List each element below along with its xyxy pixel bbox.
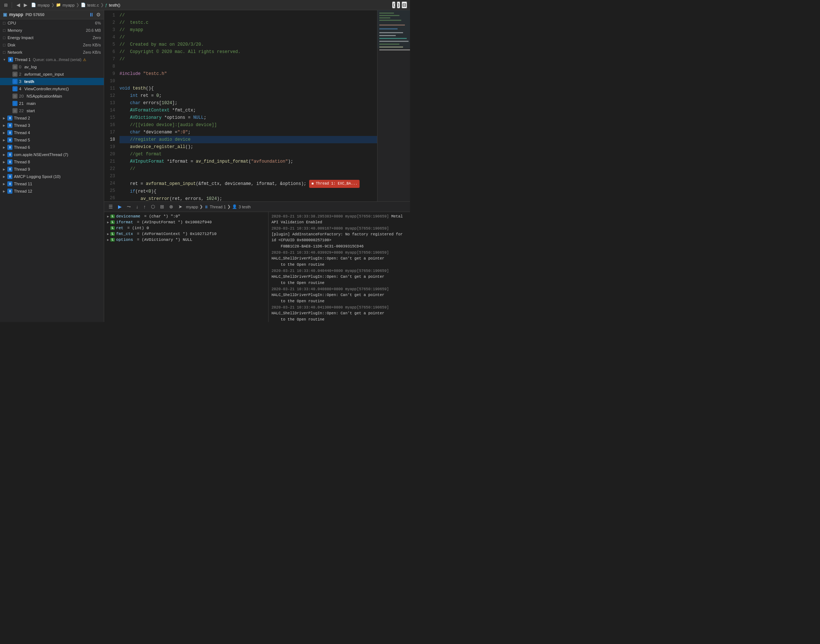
thread-3-row[interactable]: ▶ ⏸ Thread 3: [0, 122, 104, 129]
breadcrumb: 📄 myapp ❯ 📁 myapp ❯ 📄 testc.c ❯ ƒ testh(…: [31, 3, 390, 7]
energy-row[interactable]: □ Energy Impact Zero: [0, 34, 104, 41]
network-icon: □: [3, 50, 6, 54]
ln-24: 24: [107, 180, 116, 187]
next-issue-button[interactable]: ⟩: [397, 2, 400, 8]
thread-12-row[interactable]: ▶ ⏸ Thread 12: [0, 187, 104, 195]
app-header: ▣ myapp PID 57650 ⏸ ⚙: [0, 10, 104, 19]
frame-testh[interactable]: 👤 3 testh: [0, 78, 104, 85]
variables-panel: ▶ L devicename = (char *) ":0" ▶ L iform…: [104, 212, 268, 322]
debug-continue-button[interactable]: ▶: [116, 203, 123, 210]
network-row[interactable]: □ Network Zero KB/s: [0, 49, 104, 56]
thread-2-icon: ⏸: [7, 115, 12, 121]
frame-nsappman[interactable]: □ 20 NSApplicationMain: [0, 92, 104, 100]
frame-21-name: main: [27, 101, 36, 106]
sidebar: ▣ myapp PID 57650 ⏸ ⚙ □ CPU 6% □ Memory …: [0, 10, 104, 322]
code-line-3: // myapp: [120, 26, 377, 34]
thread-8-row[interactable]: ▶ ⏸ Thread 8: [0, 158, 104, 166]
thread-5-row[interactable]: ▶ ⏸ Thread 5: [0, 136, 104, 144]
code-line-11: void testh(){: [120, 85, 377, 92]
thread-11-row[interactable]: ▶ ⏸ Thread 11: [0, 180, 104, 187]
thread-8-expand: ▶: [3, 161, 5, 164]
prev-issue-button[interactable]: ⟨: [392, 2, 395, 8]
code-line-4: //: [120, 34, 377, 41]
thread-2-row[interactable]: ▶ ⏸ Thread 2: [0, 114, 104, 122]
var-options-name: options: [116, 238, 133, 242]
frame-avformat[interactable]: □ 2 avformat_open_input: [0, 71, 104, 78]
console-line-1: 2020-03-21 10:33:38.295383+0800 myapp[57…: [271, 213, 407, 225]
cpu-row[interactable]: □ CPU 6%: [0, 19, 104, 27]
breadcrumb-func[interactable]: testh(): [109, 3, 120, 7]
cpu-icon: □: [3, 21, 6, 25]
var-devicename-expand: ▶: [107, 215, 109, 219]
memory-row[interactable]: □ Memory 20.6 MB: [0, 27, 104, 34]
debug-step-over-button[interactable]: ⤳: [125, 203, 132, 210]
svg-rect-14: [377, 10, 410, 49]
var-ret[interactable]: ▶ L ret = (int) 0: [104, 225, 268, 231]
settings-icon[interactable]: ⚙: [96, 12, 101, 18]
frame-av-log[interactable]: □ 0 av_log: [0, 63, 104, 71]
frame-4-name: ViewController.myfunc(): [24, 87, 69, 91]
thread-1-row[interactable]: ▼ ⏸ Thread 1 Queue: com.a...thread (seri…: [0, 56, 104, 63]
breadcrumb-app2[interactable]: myapp: [63, 3, 75, 7]
code-line-12: int ret = 0;: [120, 92, 377, 100]
frame-main[interactable]: 👤 21 main: [0, 100, 104, 107]
pause-icon[interactable]: ⏸: [89, 12, 94, 18]
code-editor[interactable]: 1 2 3 4 5 6 7 8 9 10 11 12 13 14 15 16 1…: [104, 10, 410, 201]
console-line-7b: to the Open routine: [271, 316, 407, 322]
code-line-19: avdevice_register_all();: [120, 143, 377, 150]
frame-viewcontroller[interactable]: 👤 4 ViewController.myfunc(): [0, 85, 104, 92]
debug-settings-button[interactable]: ☰: [107, 203, 114, 210]
breadcrumb-file[interactable]: testc.c: [87, 3, 99, 7]
debug-thread-button[interactable]: ⊗: [168, 203, 175, 210]
thread-11-expand: ▶: [3, 182, 5, 186]
ln-5: 5: [107, 41, 116, 48]
thread-8-icon: ⏸: [7, 159, 12, 164]
console-panel[interactable]: 2020-03-21 10:33:38.295383+0800 myapp[57…: [268, 212, 410, 322]
grid-icon[interactable]: ⊞: [3, 2, 9, 8]
debug-bc-thread[interactable]: Thread 1: [210, 205, 226, 209]
breadcrumb-app1[interactable]: myapp: [38, 3, 50, 7]
breadcrumb-sep2: ❯: [76, 3, 79, 7]
debug-toolbar: ☰ ▶ ⤳ ↓ ↑ ⬡ ⊞ ⊗ ➤ myapp ❯ ⏸ Thread 1 ❯ 👤…: [104, 202, 410, 212]
frame-start[interactable]: □ 22 start: [0, 107, 104, 114]
ln-11: 11: [107, 85, 116, 92]
thread-1-queue: Queue: com.a...thread (serial): [33, 58, 81, 62]
cpu-label: CPU: [8, 21, 16, 25]
energy-icon: □: [3, 35, 6, 40]
thread-9-row[interactable]: ▶ ⏸ Thread 9: [0, 166, 104, 173]
debug-render-button[interactable]: ⬡: [149, 203, 156, 210]
var-fmtctx[interactable]: ▶ L fmt_ctx = (AVFormatContext *) 0x1027…: [104, 231, 268, 237]
debug-bc-frame[interactable]: 3 testh: [239, 205, 251, 209]
thread-amcp-row[interactable]: ▶ ⏸ AMCP Logging Spool (10): [0, 173, 104, 180]
var-options[interactable]: ▶ L options = (AVDictionary *) NULL: [104, 237, 268, 243]
back-button[interactable]: ◀: [15, 2, 21, 8]
var-options-eq: = (AVDictionary *) NULL: [135, 238, 192, 242]
code-content[interactable]: // // testc.c // myapp // // Created by …: [120, 10, 377, 201]
debug-step-out-button[interactable]: ↑: [142, 203, 148, 210]
ln-26: 26: [107, 195, 116, 201]
panel-toggle-button[interactable]: ⊟: [402, 2, 407, 8]
thread-6-row[interactable]: ▶ ⏸ Thread 6: [0, 144, 104, 151]
debug-bc-frame-icon: 👤: [232, 204, 237, 209]
bottom-panel: ☰ ▶ ⤳ ↓ ↑ ⬡ ⊞ ⊗ ➤ myapp ❯ ⏸ Thread 1 ❯ 👤…: [104, 201, 410, 322]
var-iformat[interactable]: ▶ L iformat = (AVInputFormat *) 0x10082f…: [104, 219, 268, 225]
debug-memory-button[interactable]: ⊞: [159, 203, 166, 210]
thread-nsevent-row[interactable]: ▶ ⏸ com.apple.NSEventThread (7): [0, 151, 104, 158]
forward-button[interactable]: ▶: [22, 2, 29, 8]
app-title: ▣ myapp PID 57650: [3, 12, 44, 17]
file-icon-2: 📄: [81, 3, 86, 7]
thread-3-icon: ⏸: [7, 123, 12, 128]
app-icon: ▣: [3, 12, 7, 17]
thread-4-row[interactable]: ▶ ⏸ Thread 4: [0, 129, 104, 136]
thread-4-expand: ▶: [3, 131, 5, 135]
toolbar-right: ⟨ ⟩ ⊟: [392, 2, 407, 8]
thread-amcp-icon: ⏸: [7, 174, 12, 179]
debug-step-in-button[interactable]: ↓: [135, 203, 140, 210]
thread-3-expand: ▶: [3, 124, 5, 127]
var-devicename[interactable]: ▶ L devicename = (char *) ":0": [104, 213, 268, 219]
disk-row[interactable]: □ Disk Zero KB/s: [0, 41, 104, 49]
debug-send-button[interactable]: ➤: [177, 203, 184, 210]
code-line-6: // Copyright © 2020 mac. All rights rese…: [120, 48, 377, 55]
console-line-5: 2020-03-21 10:33:40.040440+0800 myapp[57…: [271, 268, 407, 280]
frame-2-name: avformat_open_input: [24, 72, 64, 77]
